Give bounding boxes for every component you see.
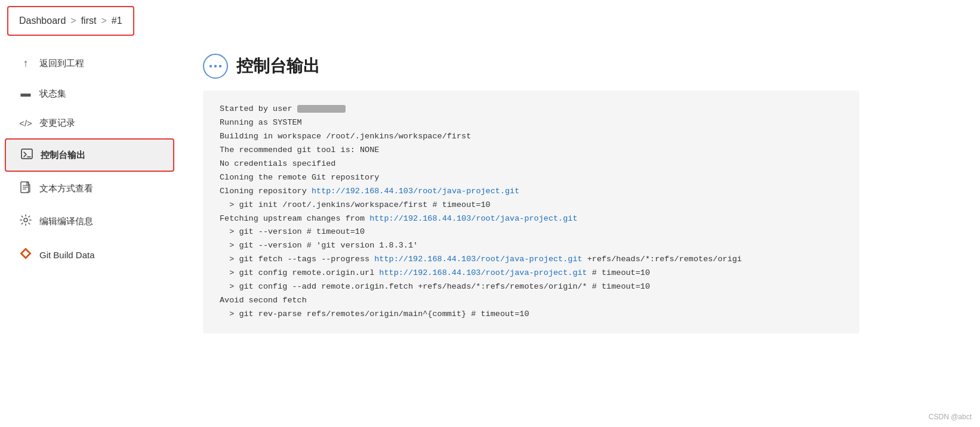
link-fetch-upstream[interactable]: http://192.168.44.103/root/java-project.… — [369, 214, 577, 223]
console-line-9: > git --version # timeout=10 — [220, 225, 843, 239]
doc-icon: ▬ — [19, 88, 32, 100]
console-line-15: > git rev-parse refs/remotes/origin/main… — [220, 308, 843, 321]
diamond-icon — [19, 247, 32, 263]
console-line-14: Avoid second fetch — [220, 294, 843, 308]
breadcrumb-sep-1: > — [70, 16, 76, 26]
link-config-url[interactable]: http://192.168.44.103/root/java-project.… — [379, 268, 587, 277]
code-icon: </> — [19, 118, 32, 128]
main-content: 控制台输出 Started by user Running as SYSTEM … — [179, 42, 980, 421]
sidebar-label-back: 返回到工程 — [39, 58, 84, 69]
sidebar-label-console: 控制台输出 — [41, 150, 85, 161]
console-line-0: Started by user — [220, 103, 843, 116]
console-line-6: Cloning repository http://192.168.44.103… — [220, 185, 843, 199]
svg-point-10 — [214, 65, 217, 67]
sidebar-item-changes[interactable]: </> 变更记录 — [5, 109, 174, 137]
sidebar-label-textview: 文本方式查看 — [39, 183, 93, 194]
blurred-username — [297, 105, 346, 113]
link-clone-repo[interactable]: http://192.168.44.103/root/java-project.… — [312, 187, 519, 196]
sidebar-item-gitbuild[interactable]: Git Build Data — [5, 239, 174, 271]
console-title-icon — [203, 54, 228, 79]
breadcrumb-build[interactable]: #1 — [112, 16, 122, 26]
breadcrumb-sep-2: > — [101, 16, 106, 26]
console-line-1: Running as SYSTEM — [220, 116, 843, 130]
file-icon — [19, 181, 32, 196]
console-output: Started by user Running as SYSTEM Buildi… — [203, 91, 859, 333]
console-line-11: > git fetch --tags --progress http://192… — [220, 253, 843, 267]
sidebar: ↑ 返回到工程 ▬ 状态集 </> 变更记录 控制台输出 — [0, 42, 179, 421]
console-line-8: Fetching upstream changes from http://19… — [220, 212, 843, 226]
sidebar-label-stages: 状态集 — [39, 88, 66, 100]
console-line-4: No credentials specified — [220, 157, 843, 171]
console-line-5: Cloning the remote Git repository — [220, 171, 843, 185]
svg-point-9 — [209, 65, 212, 67]
console-line-3: The recommended git tool is: NONE — [220, 144, 843, 157]
console-line-12: > git config remote.origin.url http://19… — [220, 267, 843, 280]
sidebar-item-back[interactable]: ↑ 返回到工程 — [5, 49, 174, 78]
console-line-13: > git config --add remote.origin.fetch +… — [220, 280, 843, 294]
breadcrumb: Dashboard > first > #1 — [7, 6, 134, 36]
sidebar-item-textview[interactable]: 文本方式查看 — [5, 173, 174, 205]
sidebar-label-changes: 变更记录 — [39, 117, 75, 129]
sidebar-item-editbuild[interactable]: 编辑编译信息 — [5, 206, 174, 237]
breadcrumb-first[interactable]: first — [81, 16, 97, 26]
console-line-10: > git --version # 'git version 1.8.3.1' — [220, 239, 843, 253]
console-line-2: Building in workspace /root/.jenkins/wor… — [220, 130, 843, 144]
sidebar-item-stages[interactable]: ▬ 状态集 — [5, 79, 174, 108]
svg-point-6 — [24, 218, 27, 222]
page-title-row: 控制台输出 — [203, 54, 956, 79]
sidebar-label-editbuild: 编辑编译信息 — [39, 216, 93, 227]
svg-point-11 — [219, 65, 221, 67]
gear-icon — [19, 214, 32, 229]
sidebar-item-console[interactable]: 控制台输出 — [5, 138, 174, 172]
console-line-7: > git init /root/.jenkins/workspace/firs… — [220, 199, 843, 212]
breadcrumb-dashboard[interactable]: Dashboard — [19, 16, 66, 26]
terminal-icon — [20, 148, 33, 162]
watermark: CSDN @abct — [929, 413, 972, 421]
arrow-up-icon: ↑ — [19, 57, 32, 70]
page-title: 控制台输出 — [236, 55, 320, 78]
sidebar-label-gitbuild: Git Build Data — [39, 250, 95, 260]
link-fetch-tags[interactable]: http://192.168.44.103/root/java-project.… — [374, 255, 582, 264]
